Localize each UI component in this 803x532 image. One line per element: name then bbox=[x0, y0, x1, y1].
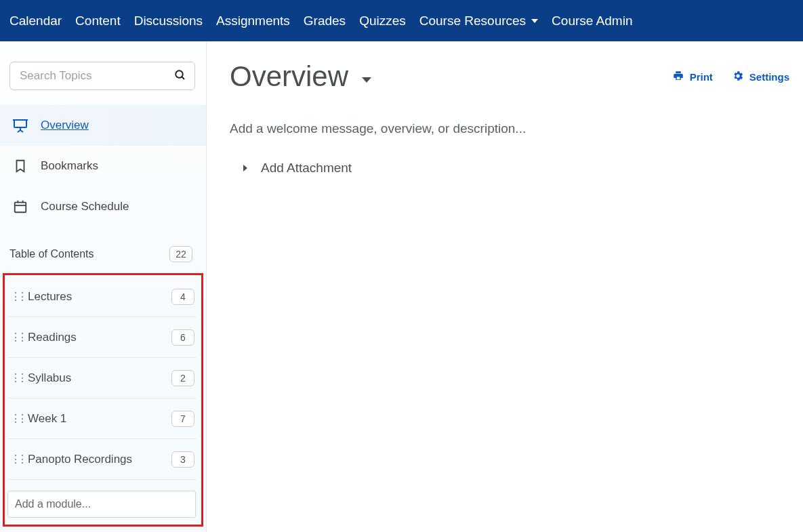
nav-grades[interactable]: Grades bbox=[304, 9, 346, 33]
chevron-down-icon bbox=[531, 19, 538, 23]
module-count-badge: 3 bbox=[171, 451, 194, 468]
search-topics-wrap[interactable] bbox=[9, 62, 195, 90]
nav-course-resources[interactable]: Course Resources bbox=[419, 9, 538, 33]
calendar-icon bbox=[12, 199, 28, 214]
print-icon bbox=[672, 70, 684, 84]
module-item-week-1[interactable]: ⋮⋮ Week 1 7 bbox=[7, 398, 196, 439]
drag-handle-icon[interactable]: ⋮⋮ bbox=[10, 417, 20, 421]
svg-rect-7 bbox=[15, 203, 26, 213]
toc-label: Table of Contents bbox=[9, 248, 94, 260]
nav-content[interactable]: Content bbox=[75, 9, 121, 33]
module-label: Lectures bbox=[28, 290, 163, 304]
add-module-wrap[interactable] bbox=[7, 491, 196, 518]
sidebar-primary-list: Overview Bookmarks Course Schedule bbox=[9, 105, 195, 227]
drag-handle-icon[interactable]: ⋮⋮ bbox=[10, 335, 20, 340]
print-label: Print bbox=[690, 71, 713, 83]
nav-assignments[interactable]: Assignments bbox=[216, 9, 290, 33]
search-icon[interactable] bbox=[174, 69, 186, 84]
page-title: Overview bbox=[230, 60, 348, 93]
title-wrap: Overview bbox=[230, 60, 371, 93]
sidebar-item-bookmarks[interactable]: Bookmarks bbox=[9, 146, 195, 186]
module-item-lectures[interactable]: ⋮⋮ Lectures 4 bbox=[7, 277, 196, 317]
module-count-badge: 6 bbox=[171, 329, 194, 346]
sidebar-item-course-schedule[interactable]: Course Schedule bbox=[9, 186, 195, 227]
module-count-badge: 2 bbox=[171, 370, 194, 386]
top-nav: Calendar Content Discussions Assignments… bbox=[0, 0, 803, 41]
settings-button[interactable]: Settings bbox=[732, 70, 789, 84]
bookmark-icon bbox=[12, 159, 28, 173]
module-label: Week 1 bbox=[28, 412, 163, 426]
drag-handle-icon[interactable]: ⋮⋮ bbox=[10, 295, 20, 299]
add-attachment-label: Add Attachment bbox=[261, 161, 352, 176]
settings-label: Settings bbox=[749, 71, 789, 83]
gear-icon bbox=[732, 70, 744, 84]
svg-line-6 bbox=[20, 130, 23, 132]
nav-discussions[interactable]: Discussions bbox=[134, 9, 203, 33]
svg-rect-2 bbox=[14, 120, 26, 127]
search-input[interactable] bbox=[20, 69, 167, 83]
module-label: Readings bbox=[28, 331, 163, 344]
chevron-down-icon[interactable] bbox=[362, 77, 371, 83]
add-module-input[interactable] bbox=[15, 498, 188, 510]
module-count-badge: 4 bbox=[171, 289, 194, 305]
page-header: Overview Print Settings bbox=[230, 60, 789, 93]
nav-course-admin[interactable]: Course Admin bbox=[552, 9, 632, 33]
main-content: Overview Print Settings Add a welc bbox=[207, 41, 803, 532]
print-button[interactable]: Print bbox=[672, 70, 713, 84]
arrow-right-icon bbox=[243, 165, 247, 171]
svg-line-1 bbox=[182, 77, 184, 79]
welcome-placeholder-text[interactable]: Add a welcome message, overview, or desc… bbox=[230, 121, 789, 136]
nav-quizzes[interactable]: Quizzes bbox=[359, 9, 406, 33]
sidebar: Overview Bookmarks Course Schedule Table… bbox=[0, 41, 207, 532]
sidebar-item-overview[interactable]: Overview bbox=[0, 105, 206, 146]
module-item-syllabus[interactable]: ⋮⋮ Syllabus 2 bbox=[7, 358, 196, 398]
module-item-readings[interactable]: ⋮⋮ Readings 6 bbox=[7, 317, 196, 358]
drag-handle-icon[interactable]: ⋮⋮ bbox=[10, 457, 20, 462]
toc-header[interactable]: Table of Contents 22 bbox=[9, 246, 195, 269]
module-label: Syllabus bbox=[28, 371, 163, 385]
module-label: Panopto Recordings bbox=[28, 453, 163, 466]
svg-point-0 bbox=[176, 70, 183, 78]
drag-handle-icon[interactable]: ⋮⋮ bbox=[10, 376, 20, 380]
module-item-panopto-recordings[interactable]: ⋮⋮ Panopto Recordings 3 bbox=[7, 439, 196, 480]
header-actions: Print Settings bbox=[672, 70, 789, 84]
toc-count-badge: 22 bbox=[169, 246, 192, 262]
nav-calendar[interactable]: Calendar bbox=[9, 9, 62, 33]
presentation-icon bbox=[12, 117, 28, 134]
modules-highlight-box: ⋮⋮ Lectures 4 ⋮⋮ Readings 6 ⋮⋮ Syllabus … bbox=[3, 273, 203, 527]
sidebar-item-label[interactable]: Overview bbox=[41, 119, 195, 132]
svg-line-5 bbox=[18, 130, 20, 132]
module-count-badge: 7 bbox=[171, 411, 194, 427]
sidebar-item-label: Course Schedule bbox=[41, 200, 192, 213]
sidebar-item-label: Bookmarks bbox=[41, 159, 192, 173]
add-attachment-row[interactable]: Add Attachment bbox=[243, 161, 789, 176]
